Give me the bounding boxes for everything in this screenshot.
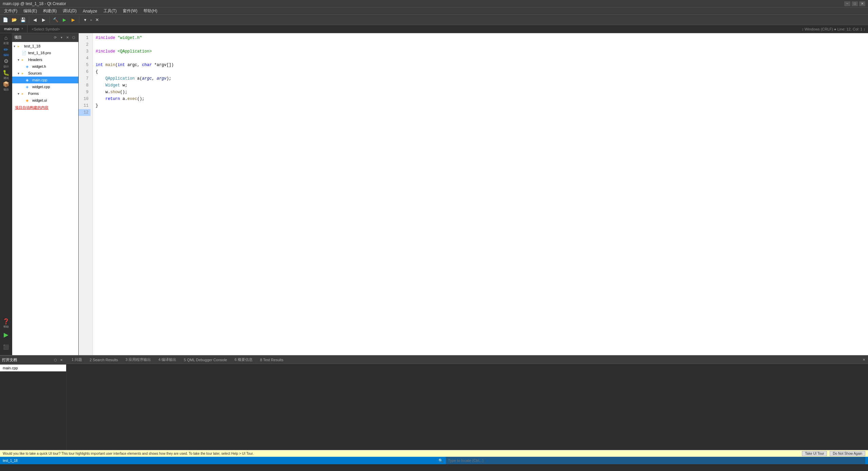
design-icon: ⚙ (4, 58, 8, 64)
main-layout: ⌂ 欢迎 ✏ 编辑 ⚙ 设计 🐛 调试 📦 项目 ❓ 帮助 ▶ ⬛ (0, 33, 868, 355)
bottom-tab-app-output[interactable]: 3 应用程序输出 (122, 356, 155, 364)
bottom-tab-summary[interactable]: 6 概要信息 (231, 356, 256, 364)
tree-item-headers[interactable]: ▾ ▸ Headers (12, 56, 78, 63)
panel-sync-btn[interactable]: ⟳ (53, 35, 58, 40)
take-ui-tour-button[interactable]: Take UI Tour (802, 451, 827, 456)
tree-label-main-cpp: main.cpp (32, 78, 47, 82)
cpp-file-icon: ◈ (26, 78, 31, 82)
folder-icon: ▸ (18, 44, 23, 48)
menu-help[interactable]: 帮助(H) (141, 7, 160, 15)
dismiss-tour-button[interactable]: Do Not Show Again (830, 451, 865, 456)
edit-icon: ✏ (4, 46, 8, 53)
tree-item-main-cpp[interactable]: ◈ main.cpp (12, 77, 78, 83)
line-num-9: 9 (79, 89, 91, 96)
tree-arrow: ▾ (18, 58, 22, 62)
menu-window[interactable]: 窗件(W) (120, 7, 140, 15)
tab-bar: main.cpp × <Select Symbol> ↕ Windows (CR… (0, 25, 868, 33)
header-file-icon: ◈ (26, 64, 31, 69)
bottom-tab-qml-debug[interactable]: 5 QML Debugger Console (180, 356, 231, 363)
open-docs-title: 打开文档 (2, 357, 17, 363)
debug-button[interactable]: ⬛ (1, 342, 12, 352)
doc-item-main-cpp[interactable]: main.cpp (0, 365, 66, 371)
tab-close-icon[interactable]: × (21, 27, 23, 30)
line-num-6: 6 (79, 68, 91, 75)
editor-area: 1 2 3 4 5 6 7 8 9 10 11 12 #include "wid… (79, 33, 868, 355)
toolbar-back[interactable]: ◀ (31, 16, 39, 24)
line-numbers: 1 2 3 4 5 6 7 8 9 10 11 12 (79, 33, 93, 355)
toolbar-run[interactable]: ▶ (60, 16, 68, 24)
tree-item-widget-cpp[interactable]: ◈ widget.cpp (12, 83, 78, 90)
run-button[interactable]: ▶ (1, 329, 12, 340)
bottom-tab-issues[interactable]: 1 问题 (68, 356, 86, 364)
tab-main-cpp[interactable]: main.cpp × (0, 25, 27, 33)
open-docs-sync-btn[interactable]: ⬡ (53, 357, 58, 363)
bottom-panel: 打开文档 ⬡ ✕ main.cpp 1 问题 2 Search Results … (0, 355, 868, 450)
code-view: 1 2 3 4 5 6 7 8 9 10 11 12 #include "wid… (79, 33, 868, 355)
code-content[interactable]: #include "widget.h" #include <QApplicati… (93, 33, 868, 355)
panel-detach-btn[interactable]: ⬡ (71, 35, 76, 40)
maximize-button[interactable]: □ (852, 1, 858, 6)
sidebar-item-edit[interactable]: ✏ 编辑 (1, 46, 12, 57)
project-panel-title: 项目 (14, 35, 22, 40)
sidebar-item-help[interactable]: ❓ 帮助 (1, 318, 12, 329)
tree-label-pro: test_1_18.pro (28, 51, 51, 55)
title-bar-controls: − □ ✕ (844, 1, 865, 6)
menu-file[interactable]: 文件(F) (1, 7, 20, 15)
toolbar-debug-run[interactable]: ▶ (69, 16, 77, 24)
open-docs-list: main.cpp (0, 365, 66, 371)
menu-tools[interactable]: 工具(T) (101, 7, 119, 15)
panel-filter-btn[interactable]: ▾ (59, 35, 64, 40)
sidebar-item-project[interactable]: 📦 项目 (1, 81, 12, 91)
toolbar-open[interactable]: 📂 (10, 16, 18, 24)
bottom-close-btn[interactable]: ✕ (861, 357, 867, 363)
toolbar-save[interactable]: 💾 (19, 16, 27, 24)
open-docs-header: 打开文档 ⬡ ✕ (0, 356, 66, 365)
menu-bar: 文件(F) 编辑(E) 构建(B) 调试(D) Analyze 工具(T) 窗件… (0, 7, 868, 15)
toolbar-filter[interactable]: ▾ (81, 16, 89, 24)
tree-item-forms[interactable]: ▾ ▸ Forms (12, 90, 78, 97)
tab-filename: main.cpp (4, 27, 19, 31)
menu-debug[interactable]: 调试(D) (60, 7, 79, 15)
close-button[interactable]: ✕ (859, 1, 865, 6)
tree-item-pro[interactable]: 📄 test_1_18.pro (12, 49, 78, 56)
tree-label-widget-ui: widget.ui (32, 98, 47, 102)
tour-message: Would you like to take a quick UI tour? … (3, 452, 799, 455)
line-num-2: 2 (79, 41, 91, 48)
bottom-tabs: 1 问题 2 Search Results 3 应用程序输出 4 编译输出 5 … (66, 356, 868, 364)
tree-label-widget-h: widget.h (32, 64, 46, 68)
tree-item-project[interactable]: ▾ ▸ test_1_18 (12, 43, 78, 49)
sidebar-item-design[interactable]: ⚙ 设计 (1, 58, 12, 68)
sidebar-item-welcome[interactable]: ⌂ 欢迎 (1, 35, 12, 45)
project-icon: 📦 (3, 81, 9, 87)
toolbar-new[interactable]: 📄 (1, 16, 9, 24)
toolbar: 📄 📂 💾 ◀ ▶ 🔨 ▶ ▶ ▾ ▸ ✕ (0, 15, 868, 25)
bottom-tab-test-results[interactable]: 8 Test Results (256, 356, 287, 363)
tree-item-widget-ui[interactable]: ◈ widget.ui (12, 97, 78, 104)
sidebar-item-debug[interactable]: 🐛 调试 (1, 69, 12, 80)
tree-label-widget-cpp: widget.cpp (32, 85, 50, 89)
tree-label-project: test_1_18 (24, 44, 40, 48)
bottom-tab-search[interactable]: 2 Search Results (86, 356, 122, 363)
open-docs-close-btn[interactable]: ✕ (59, 357, 64, 363)
toolbar-build[interactable]: 🔨 (52, 16, 60, 24)
bottom-tab-compile-output[interactable]: 4 编译输出 (155, 356, 180, 364)
menu-build[interactable]: 构建(B) (40, 7, 59, 15)
project-panel-header-icons: ⟳ ▾ ✕ ⬡ (53, 35, 76, 40)
panel-close-btn[interactable]: ✕ (65, 35, 70, 40)
tree-item-sources[interactable]: ▾ ▸ Sources (12, 70, 78, 77)
tree-item-widget-h[interactable]: ◈ widget.h (12, 63, 78, 70)
open-docs-header-icons: ⬡ ✕ (53, 357, 64, 363)
line-num-1: 1 (79, 35, 91, 41)
project-tree: ▾ ▸ test_1_18 📄 test_1_18.pro ▾ ▸ Header… (12, 42, 78, 355)
minimize-button[interactable]: − (844, 1, 850, 6)
menu-analyze[interactable]: Analyze (80, 8, 100, 14)
tree-arrow: ▾ (18, 92, 22, 96)
bottom-content-area: 1 问题 2 Search Results 3 应用程序输出 4 编译输出 5 … (66, 356, 868, 450)
line-num-11: 11 (79, 102, 91, 109)
auto-build-notice[interactable]: 项目自动构建的内容 (12, 104, 78, 111)
menu-edit[interactable]: 编辑(E) (21, 7, 40, 15)
toolbar-close-doc[interactable]: ✕ (93, 16, 101, 24)
quick-locate-input[interactable] (446, 457, 865, 464)
tab-select-symbol[interactable]: <Select Symbol> (27, 26, 64, 32)
toolbar-forward[interactable]: ▶ (40, 16, 48, 24)
